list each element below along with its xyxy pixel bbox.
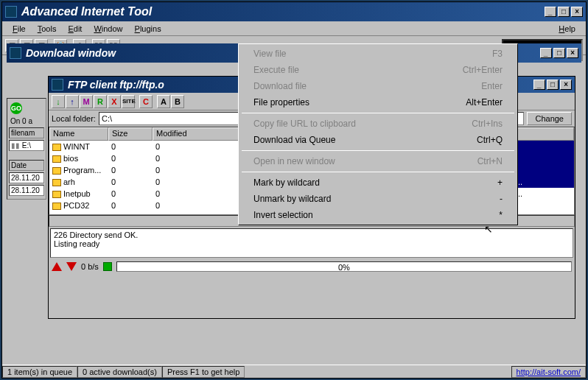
app-icon (5, 6, 17, 18)
menubar: File Tools Edit Window Plugins Help (2, 21, 586, 36)
date-cell-2: 28.11.20 (9, 185, 44, 196)
delete-icon[interactable]: X (108, 95, 121, 108)
path-cell: ▮▮ E:\ (9, 140, 44, 151)
ctx-copy-url: Copy file URL to clipboardCtrl+Ins (240, 116, 516, 132)
maximize-button[interactable]: □ (558, 7, 570, 17)
ctx-file-properties[interactable]: File propertiesAlt+Enter (240, 94, 516, 110)
minimize-button[interactable]: _ (545, 7, 556, 17)
folder-icon (52, 203, 61, 210)
menu-tools[interactable]: Tools (32, 23, 63, 35)
ctx-view-file: View fileF3 (240, 46, 516, 62)
folder-icon (52, 179, 61, 186)
status-url[interactable]: http://ait-soft.com/ (511, 366, 586, 378)
ctx-invert-selection[interactable]: Invert selection* (240, 207, 516, 223)
on-label: On 0 a (9, 116, 44, 126)
main-titlebar: Advanced Internet Tool _ □ × (2, 2, 586, 21)
folder-icon (52, 155, 61, 163)
date-cell-1: 28.11.20 (9, 172, 44, 183)
move-icon[interactable]: M (80, 95, 93, 108)
rename-icon[interactable]: R (94, 95, 107, 108)
menu-plugins[interactable]: Plugins (129, 23, 167, 35)
ftp-title: FTP client ftp://ftp.o (68, 79, 164, 91)
ctx-download-queue[interactable]: Download via QueueCtrl+Q (240, 132, 516, 148)
ftp-icon (52, 79, 63, 91)
app-title: Advanced Internet Tool (21, 5, 152, 18)
date-header: Date (9, 160, 44, 171)
local-folder-label: Local folder: (52, 114, 96, 123)
status-help: Press F1 to get help (162, 366, 245, 378)
ftp-close-button[interactable]: × (560, 80, 572, 90)
ctx-unmark-wildcard[interactable]: Unmark by wildcard- (240, 191, 516, 207)
ftp-minimize-button[interactable]: _ (533, 80, 545, 90)
dl-minimize-button[interactable]: _ (540, 48, 552, 58)
ctx-execute-file: Execute fileCtrl+Enter (240, 62, 516, 78)
go-icon[interactable]: GO (10, 102, 22, 114)
status-queue: 1 item(s) in queue (2, 366, 77, 378)
menu-edit[interactable]: Edit (62, 23, 88, 35)
context-menu: View fileF3 Execute fileCtrl+Enter Downl… (238, 43, 518, 225)
folder-icon (52, 191, 61, 198)
site-icon[interactable]: SITE (122, 95, 135, 108)
statusbar: 1 item(s) in queue 0 active download(s) … (2, 365, 586, 378)
col-size[interactable]: Size (108, 127, 153, 141)
ctx-new-window: Open in new windowCtrl+N (240, 153, 516, 169)
download-window-title: Download window (26, 47, 116, 59)
col-name[interactable]: Name (49, 127, 108, 141)
folder-icon (52, 144, 61, 151)
bold-icon[interactable]: A (157, 95, 170, 108)
ftp-maximize-button[interactable]: □ (547, 80, 559, 90)
dl-close-button[interactable]: × (567, 48, 578, 58)
close-button[interactable]: × (571, 7, 583, 17)
ctx-download-file: Download fileEnter (240, 78, 516, 94)
refresh-icon[interactable]: C (139, 95, 153, 108)
progress-bar: 0% (116, 261, 572, 272)
filename-header: filenam (9, 127, 44, 138)
speed-label: 0 b/s (81, 262, 99, 271)
download-window-icon (10, 47, 21, 59)
change-button[interactable]: Change (527, 112, 572, 125)
menu-help[interactable]: Help (553, 23, 581, 35)
status-indicator-icon (103, 262, 112, 271)
menu-file[interactable]: File (7, 23, 32, 35)
b-icon[interactable]: B (171, 95, 184, 108)
download-indicator-icon (66, 262, 77, 271)
upload-icon[interactable]: ↑ (66, 95, 79, 108)
ftp-log: 226 Directory send OK. Listing ready (50, 228, 573, 258)
folder-icon (52, 167, 61, 175)
menu-window[interactable]: Window (88, 23, 128, 35)
upload-indicator-icon (52, 262, 62, 271)
queue-strip: GO On 0 a filenam ▮▮ E:\ Date 28.11.20 2… (7, 98, 46, 200)
dl-maximize-button[interactable]: □ (553, 48, 565, 58)
ctx-mark-wildcard[interactable]: Mark by wildcard+ (240, 175, 516, 191)
download-icon[interactable]: ↓ (52, 95, 65, 108)
status-active: 0 active download(s) (77, 366, 162, 378)
